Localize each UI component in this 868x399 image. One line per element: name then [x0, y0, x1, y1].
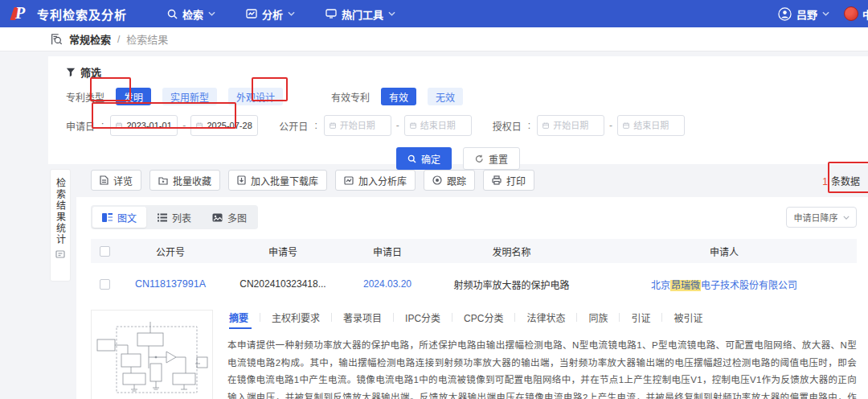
- view-tab-image-text[interactable]: 图文: [92, 207, 146, 228]
- chevron-down-icon: [288, 11, 295, 16]
- result-count-suffix: 条数据: [831, 176, 860, 187]
- add-analysis-library-label: 加入分析库: [358, 174, 407, 187]
- nav-menu: 检索 分析 热门工具: [167, 6, 395, 22]
- side-tab-statistics[interactable]: 检索结果统计: [50, 169, 71, 282]
- chevron-down-icon: [388, 11, 395, 16]
- search-icon: [167, 9, 178, 19]
- refresh-icon: [475, 154, 484, 163]
- tab-bibliographic[interactable]: 著录项目: [332, 311, 393, 329]
- results-toolbar: 详览 批量收藏 加入批量下载库 加入分析库 跟踪 打印: [91, 170, 534, 191]
- app-logo-icon: P: [11, 4, 31, 23]
- download-icon: [237, 175, 246, 185]
- grant-date-end-input[interactable]: [633, 121, 679, 130]
- calendar-icon: [116, 121, 122, 130]
- detail-view-button[interactable]: 详览: [91, 170, 141, 191]
- nav-right: 吕野 中: [778, 6, 868, 22]
- calendar-icon: [542, 121, 549, 130]
- invention-title: 射频功率放大器的保护电路: [432, 278, 592, 291]
- range-dash: -: [396, 120, 399, 131]
- application-date-end-input[interactable]: [207, 121, 252, 130]
- confirm-button[interactable]: 确定: [396, 147, 452, 170]
- avatar-icon: [778, 7, 792, 21]
- reset-label: 重置: [489, 152, 508, 166]
- calendar-icon: [196, 121, 203, 130]
- applicant-link[interactable]: 北京昂瑞微电子技术股份有限公司: [592, 278, 857, 291]
- view-bar: 图文 列表 多图 申请日降序: [91, 205, 857, 229]
- add-download-library-button[interactable]: 加入批量下载库: [228, 170, 327, 191]
- filter-actions: 确定 重置: [48, 147, 868, 170]
- application-date-end[interactable]: [190, 115, 258, 136]
- print-button[interactable]: 打印: [483, 170, 534, 191]
- nav-item-analysis[interactable]: 分析: [246, 6, 295, 22]
- table-header: 公开号 申请号 申请日 发明名称 申请人: [91, 239, 857, 263]
- batch-favorite-button[interactable]: 批量收藏: [149, 170, 220, 191]
- tab-cpc[interactable]: CPC分类: [452, 311, 514, 329]
- grant-date-start[interactable]: [537, 115, 604, 136]
- view-tab-multi-image[interactable]: 多图: [203, 207, 256, 228]
- chip-utility-model[interactable]: 实用新型: [162, 88, 217, 105]
- user-menu[interactable]: 吕野: [778, 6, 829, 22]
- header-application-date: 申请日: [343, 245, 432, 258]
- app-logo[interactable]: P 专利检索及分析: [11, 4, 127, 23]
- select-all-checkbox[interactable]: [100, 246, 110, 257]
- results-panel: 图文 列表 多图 申请日降序 公开号 申请号 申请日 发: [76, 197, 868, 399]
- patent-type-label: 专利类型: [66, 90, 104, 104]
- reset-button[interactable]: 重置: [463, 147, 520, 170]
- grant-date-start-input[interactable]: [553, 121, 599, 130]
- application-date-link[interactable]: 2024.03.20: [363, 278, 411, 290]
- language-switch[interactable]: 中: [844, 6, 868, 22]
- tab-abstract[interactable]: 摘要: [227, 311, 260, 329]
- application-date-start[interactable]: [110, 115, 178, 136]
- patent-figure-thumbnail[interactable]: [91, 310, 213, 399]
- breadcrumb: 常规检索 / 检索结果: [0, 27, 868, 51]
- publication-no-link[interactable]: CN118137991A: [135, 278, 206, 290]
- view-tab-label: 多图: [227, 211, 247, 224]
- publication-date-end[interactable]: [404, 115, 472, 136]
- analysis-icon: [246, 9, 257, 19]
- application-no: CN202410323418...: [223, 278, 343, 290]
- breadcrumb-separator: /: [117, 34, 120, 45]
- sort-dropdown[interactable]: 申请日降序: [786, 207, 857, 228]
- breadcrumb-primary[interactable]: 常规检索: [69, 31, 111, 47]
- multi-image-view-icon: [212, 213, 223, 222]
- colon: :: [314, 120, 317, 131]
- publication-date-end-input[interactable]: [420, 121, 466, 130]
- range-dash: -: [182, 120, 186, 131]
- view-tab-list[interactable]: 列表: [148, 207, 201, 228]
- chip-invalid[interactable]: 无效: [428, 88, 463, 105]
- publication-date-start-input[interactable]: [340, 121, 386, 130]
- colon: :: [528, 120, 530, 131]
- chip-design[interactable]: 外观设计: [228, 88, 283, 105]
- valid-patent-label: 有效专利: [331, 90, 370, 104]
- add-analysis-library-button[interactable]: 加入分析库: [335, 170, 416, 191]
- tab-cited-by[interactable]: 被引证: [662, 311, 714, 329]
- result-count: 1条数据: [822, 174, 860, 187]
- tab-citations[interactable]: 引证: [620, 311, 661, 329]
- tab-main-claim[interactable]: 主权利要求: [260, 311, 331, 329]
- circuit-diagram-image: [96, 315, 208, 399]
- table-row: CN118137991A CN202410323418... 2024.03.2…: [91, 263, 857, 305]
- chip-valid[interactable]: 有效: [381, 88, 416, 105]
- tab-ipc[interactable]: IPC分类: [394, 311, 452, 329]
- calendar-icon: [623, 121, 629, 130]
- tab-family[interactable]: 同族: [577, 311, 619, 329]
- calendar-icon: [330, 121, 336, 130]
- application-date-start-input[interactable]: [126, 121, 172, 130]
- chip-invention[interactable]: 发明: [116, 88, 151, 105]
- publication-date-start[interactable]: [324, 115, 391, 136]
- grant-date-end[interactable]: [617, 115, 685, 136]
- nav-item-label: 分析: [262, 6, 283, 22]
- chevron-down-icon: [843, 216, 850, 220]
- tab-legal-status[interactable]: 法律状态: [515, 311, 576, 329]
- nav-item-search[interactable]: 检索: [167, 6, 215, 22]
- calendar-icon: [410, 121, 416, 130]
- image-text-view-icon: [102, 213, 113, 222]
- abstract-text: 本申请提供一种射频功率放大器的保护电路，所述保护电路由输出摆幅检测电路、N型电流…: [227, 337, 857, 399]
- nav-item-tools[interactable]: 热门工具: [326, 6, 395, 22]
- row-checkbox[interactable]: [100, 279, 110, 290]
- detail-view-label: 详览: [113, 174, 133, 187]
- chevron-down-icon: [208, 11, 215, 16]
- add-download-library-label: 加入批量下载库: [251, 174, 318, 187]
- header-applicant: 申请人: [592, 245, 857, 258]
- track-button[interactable]: 跟踪: [424, 170, 475, 191]
